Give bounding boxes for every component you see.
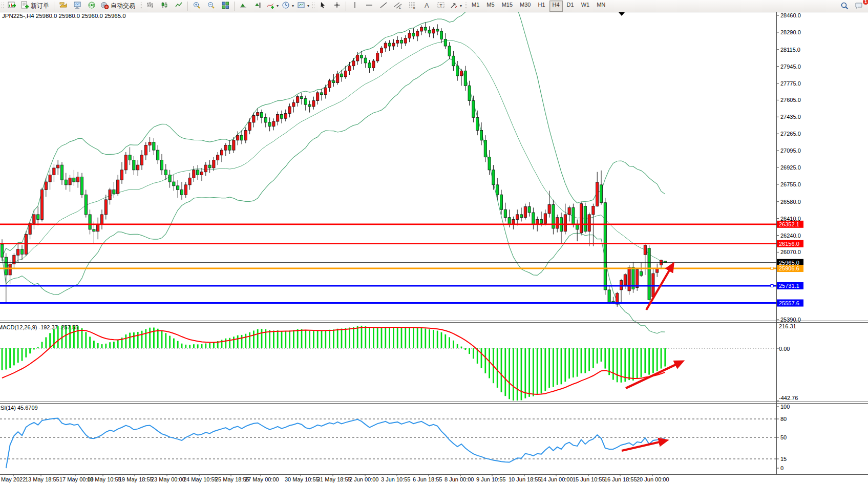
macd-bar <box>281 331 283 348</box>
macd-bar <box>524 348 526 398</box>
macd-bar <box>13 348 15 365</box>
macd-bar <box>489 348 490 378</box>
macd-bar <box>169 336 171 348</box>
cursor-icon[interactable] <box>315 1 330 12</box>
candle <box>476 117 479 130</box>
chart-canvas[interactable]: 26352.126156.025965.025906.625731.125557… <box>0 12 868 484</box>
macd-bar <box>561 348 562 384</box>
price-axis-label: 26070.0 <box>780 249 801 255</box>
arrows-tool-icon <box>450 1 458 11</box>
dropdown-arrow-icon[interactable]: ▾ <box>277 4 279 8</box>
fibonacci-icon[interactable]: F <box>405 1 419 12</box>
candlestick-chart-icon[interactable] <box>157 1 172 12</box>
tile-windows-icon[interactable] <box>218 1 232 12</box>
candle <box>316 93 319 100</box>
dropdown-arrow-icon[interactable]: ▾ <box>460 4 462 8</box>
macd-bar <box>373 328 374 348</box>
new-chart-icon[interactable] <box>5 1 19 12</box>
macd-bar <box>541 348 542 393</box>
timeframe-button-h1[interactable]: H1 <box>535 1 548 12</box>
macd-bar <box>85 332 87 348</box>
candle <box>516 215 519 220</box>
chart-shift-icon[interactable] <box>250 1 265 12</box>
candle <box>9 264 11 275</box>
macd-bar <box>261 329 263 348</box>
candle <box>60 165 63 180</box>
macd-bar <box>45 337 47 348</box>
toolbar-drag-handle[interactable] <box>1 2 4 10</box>
new-order-button[interactable]: 新订单 <box>19 1 52 12</box>
timeframe-button-m5[interactable]: M5 <box>483 1 497 12</box>
market-watch-icon[interactable] <box>70 1 84 12</box>
timeframe-button-w1[interactable]: W1 <box>578 1 593 12</box>
candle <box>164 170 167 175</box>
timeframe-button-m30[interactable]: M30 <box>517 1 534 12</box>
bar-chart-icon[interactable] <box>143 1 157 12</box>
text-icon[interactable]: A <box>419 1 434 12</box>
search-button[interactable] <box>837 1 852 12</box>
chart-area[interactable]: 26352.126156.025965.025906.625731.125557… <box>0 12 868 484</box>
new-chart-icon <box>8 1 16 11</box>
macd-bar <box>628 348 630 380</box>
zoom-in-icon[interactable] <box>189 1 204 12</box>
timeframe-button-h4[interactable]: H4 <box>549 1 563 12</box>
crosshair-icon[interactable] <box>330 1 344 12</box>
periods-clock-icon[interactable]: ▾ <box>280 1 295 12</box>
navigator-icon[interactable] <box>84 1 99 12</box>
templates-icon[interactable]: ▾ <box>295 1 311 12</box>
toolbar-separator <box>54 2 54 11</box>
macd-bar <box>293 330 294 348</box>
candle <box>452 56 455 66</box>
timeframe-button-d1[interactable]: D1 <box>564 1 577 12</box>
svg-text:E: E <box>399 6 401 9</box>
cursor-icon <box>319 1 327 11</box>
toolbar-drag-handle[interactable] <box>312 2 314 10</box>
candle <box>328 81 331 88</box>
candle <box>324 88 327 95</box>
line-chart-icon[interactable] <box>172 1 186 12</box>
dropdown-arrow-icon[interactable]: ▾ <box>292 4 294 8</box>
dropdown-arrow-icon[interactable]: ▾ <box>307 4 309 8</box>
candle <box>644 245 646 255</box>
trendline-icon[interactable] <box>376 1 391 12</box>
candle <box>232 140 235 150</box>
horizontal-line-icon[interactable] <box>362 1 376 12</box>
autotrading-button[interactable]: 自动交易 <box>99 1 138 12</box>
candle <box>220 150 223 155</box>
toolbar-drag-handle[interactable] <box>464 2 467 10</box>
equidistant-channel-icon[interactable]: E <box>391 1 405 12</box>
timeframe-button-mn[interactable]: MN <box>594 1 608 12</box>
vertical-line-icon[interactable] <box>348 1 362 12</box>
toolbar-drag-handle[interactable] <box>139 2 142 10</box>
macd-bar <box>528 348 530 397</box>
price-axis-label: 27095.0 <box>780 148 801 154</box>
line-chart-icon <box>175 1 183 11</box>
notifications-button[interactable]: 1 <box>852 1 866 12</box>
timeframe-button-m15[interactable]: M15 <box>499 1 516 12</box>
indicators-icon[interactable]: ▾ <box>265 1 280 12</box>
macd-bar <box>513 348 514 401</box>
candle <box>77 177 79 182</box>
price-axis-label: 28115.0 <box>780 47 800 53</box>
macd-bar <box>577 348 578 377</box>
candle <box>137 165 139 170</box>
candle <box>420 27 422 31</box>
macd-bar <box>453 341 454 348</box>
zoom-out-icon[interactable] <box>204 1 218 12</box>
arrows-tool-icon[interactable]: ▾ <box>448 1 463 12</box>
profiles-icon[interactable] <box>56 1 70 12</box>
rsi-label: RSI(14) 45.6709 <box>0 405 38 411</box>
candle <box>532 213 535 224</box>
hline-handle[interactable] <box>771 267 773 270</box>
auto-scroll-icon[interactable] <box>236 1 250 12</box>
macd-bar <box>409 328 410 348</box>
candle <box>600 185 602 203</box>
hline-handle[interactable] <box>771 284 773 287</box>
macd-bar <box>581 348 582 373</box>
candle <box>424 27 427 30</box>
timeframe-button-m1[interactable]: M1 <box>469 1 482 12</box>
macd-bar <box>149 328 151 348</box>
candle <box>340 74 343 77</box>
price-axis-label: 26925.0 <box>780 164 801 171</box>
text-label-icon[interactable]: T <box>434 1 448 12</box>
